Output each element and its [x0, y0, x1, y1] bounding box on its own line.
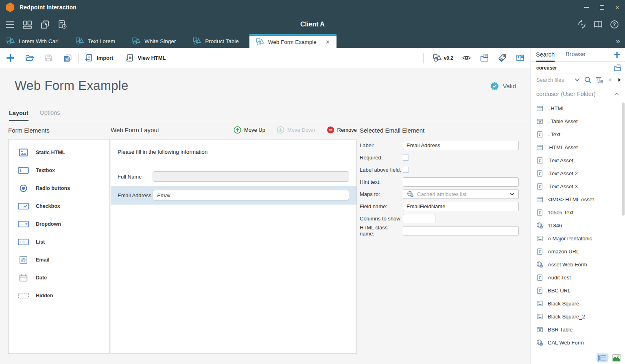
file-item-asset-web-form[interactable]: Asset Web Form [531, 258, 625, 271]
tab-web-form-example[interactable]: Web Form Example ✕ [249, 34, 337, 48]
import-icon [84, 53, 94, 63]
tab-layout[interactable]: Layout [9, 110, 28, 121]
form-row-input[interactable] [153, 171, 349, 182]
open-folder-icon[interactable] [25, 53, 34, 63]
file-item-black-square[interactable]: Black Square [531, 297, 625, 310]
html-class-name-input[interactable] [403, 226, 519, 235]
required-checkbox[interactable] [403, 155, 409, 161]
hint-text-row: Hint text: [360, 176, 527, 188]
search-icon[interactable] [584, 76, 592, 84]
preview-eye-icon[interactable] [462, 53, 471, 63]
file-item-text[interactable]: ..Text [531, 128, 625, 141]
form-element-textbox[interactable]: Textbox [9, 161, 109, 179]
remove-button[interactable]: Remove [327, 126, 357, 134]
file-item-img-html-asset[interactable]: <IMG> HTML Asset [531, 193, 625, 206]
file-item-11846[interactable]: 11846 [531, 219, 625, 232]
image-file-icon [536, 300, 543, 307]
menu-icon[interactable] [5, 20, 15, 30]
filter-icon[interactable] [595, 76, 603, 84]
tag-icon[interactable] [498, 53, 507, 63]
close-button[interactable]: ✕ [610, 0, 625, 14]
file-item-amazon-url[interactable]: Amazon URL [531, 245, 625, 258]
move-up-button[interactable]: Move Up [234, 126, 265, 134]
columns-to-show-input[interactable] [403, 214, 435, 223]
form-element-checkbox[interactable]: Checkbox [9, 197, 109, 215]
file-item-10505-text[interactable]: 10505 Text [531, 206, 625, 219]
form-element-hidden[interactable]: Hidden [9, 287, 109, 305]
tab-text-lorem[interactable]: Text Lorem ✕ [69, 34, 126, 48]
menubar: Client A [0, 15, 625, 34]
webform-file-icon [536, 261, 543, 268]
form-element-date[interactable]: Date [9, 269, 109, 287]
file-item-cal-web-form[interactable]: CAL Web Form [531, 336, 625, 349]
file-item-text-asset-3[interactable]: .Text Asset 3 [531, 180, 625, 193]
label-input[interactable] [403, 141, 519, 150]
form-element-dropdown[interactable]: Dropdown [9, 215, 109, 233]
sidebar-tab-search[interactable]: Search [536, 48, 555, 62]
minimize-icon [584, 7, 589, 8]
maximize-button[interactable] [594, 0, 610, 14]
chevron-down-icon [509, 192, 515, 197]
image-view-toggle[interactable] [611, 353, 622, 362]
open-book-icon[interactable] [593, 20, 603, 29]
file-item-a-major-pentatonic[interactable]: A Major Pentatonic [531, 232, 625, 245]
tab-lorem-with-car[interactable]: Lorem With Car! ✕ [0, 34, 69, 48]
copy-page-icon[interactable] [40, 20, 50, 30]
file-item-text-asset[interactable]: .Text Asset [531, 154, 625, 167]
copy-pages-icon[interactable] [480, 53, 489, 63]
form-element-radio-buttons[interactable]: Radio buttons [9, 179, 109, 197]
hint-text-input[interactable] [403, 177, 519, 187]
file-item-table-asset[interactable]: ..Table Asset [531, 115, 625, 128]
menubar-left [0, 20, 68, 30]
prev-arrow-icon[interactable] [607, 77, 613, 83]
file-item-bbc-url[interactable]: BBC URL [531, 284, 625, 297]
view-html-button[interactable]: View HTML [125, 53, 166, 63]
form-element-email[interactable]: Email [9, 251, 109, 269]
search-files-input[interactable]: Search files [536, 77, 570, 83]
text-file-icon [536, 157, 543, 164]
file-item-bsr-table[interactable]: BSR Table [531, 323, 625, 336]
close-tab-icon[interactable]: ✕ [326, 39, 330, 45]
sidebar-tab-browse[interactable]: Browse [566, 48, 585, 61]
form-element-list[interactable]: List [9, 233, 109, 251]
file-item-html[interactable]: ..HTML [531, 102, 625, 115]
form-elements-panel: Static HTML Textbox Radio buttons Checkb… [8, 139, 110, 354]
cards-icon[interactable] [22, 20, 33, 30]
tab-product-table[interactable]: Product Table ✕ [186, 34, 249, 48]
next-arrow-icon[interactable] [616, 77, 623, 83]
tab-options[interactable]: Options [40, 109, 60, 121]
help-icon[interactable] [610, 20, 619, 29]
file-item-html-asset[interactable]: .HTML Asset [531, 141, 625, 154]
tab-white-singer[interactable]: White Singer ✕ [126, 34, 186, 48]
save-all-icon[interactable] [63, 53, 72, 63]
sidebar-scrollbar[interactable] [622, 102, 625, 216]
version-button[interactable]: v0.2 [433, 54, 453, 62]
form-element-static-html[interactable]: Static HTML [9, 144, 109, 161]
chevron-up-icon[interactable] [614, 91, 620, 97]
move-down-button[interactable]: Move Down [277, 126, 315, 134]
file-item-black-square-2[interactable]: Black Square_2 [531, 310, 625, 323]
reference-book-icon[interactable] [516, 53, 525, 63]
chevron-down-icon[interactable] [574, 77, 580, 83]
flash-sync-icon[interactable] [577, 20, 587, 29]
add-asset-button[interactable]: + [609, 50, 625, 60]
layout-row-email-address[interactable]: Email Address [111, 186, 356, 205]
tab-overflow-button[interactable]: » [610, 37, 625, 46]
text-file-icon [536, 209, 543, 216]
file-item-audit-test[interactable]: Audit Test [531, 271, 625, 284]
new-icon[interactable] [6, 53, 15, 63]
label-above-checkbox[interactable] [403, 167, 409, 173]
asset-sidebar: Search Browse + coreuser Search files co… [531, 48, 625, 364]
field-name-input[interactable] [403, 202, 519, 211]
file-item-text-asset-2[interactable]: .Text Asset 2 [531, 167, 625, 180]
minimize-button[interactable] [579, 0, 594, 14]
import-button[interactable]: Import [84, 53, 113, 63]
file-history-icon[interactable] [57, 20, 68, 30]
layout-row-full-name[interactable]: Full Name [111, 167, 356, 186]
copy-pages-icon[interactable] [613, 64, 622, 72]
globe-attribute-icon [407, 191, 414, 198]
save-icon[interactable] [44, 53, 53, 63]
form-row-input[interactable] [153, 190, 349, 201]
list-view-toggle[interactable] [597, 353, 608, 362]
maps-to-select[interactable]: Cached attributes list [403, 189, 519, 199]
